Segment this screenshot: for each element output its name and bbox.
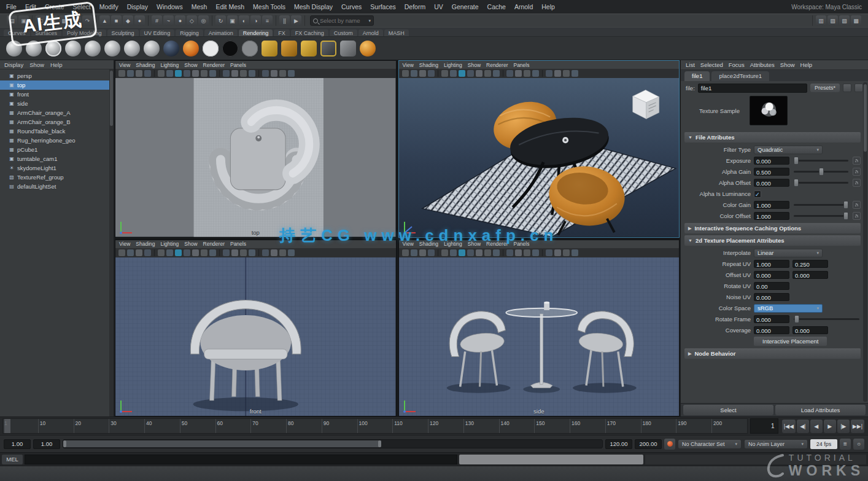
resolution-gate-icon[interactable] xyxy=(524,70,530,77)
outliner-menu-display[interactable]: Display xyxy=(4,61,23,68)
textured-icon[interactable] xyxy=(459,249,465,256)
alpha-gain-slider[interactable] xyxy=(794,171,848,173)
panel-menu-show[interactable]: Show xyxy=(184,241,197,247)
exposure-slider[interactable] xyxy=(794,160,848,162)
outliner-item-turntable-cam1[interactable]: ▣turntable_cam1 xyxy=(0,154,114,163)
redo-icon[interactable]: ↷ xyxy=(82,15,93,26)
snap-to-point-icon[interactable]: ● xyxy=(175,15,185,26)
section-header-interactive-sequence-caching-options[interactable]: ▶Interactive Sequence Caching Options xyxy=(684,223,861,233)
noise-texture-icon[interactable] xyxy=(301,41,317,57)
panel-menu-lighting[interactable]: Lighting xyxy=(160,241,179,247)
timeline-tick-40[interactable]: 40 xyxy=(144,419,180,433)
use-all-lights-icon[interactable] xyxy=(467,70,474,77)
alpha-is-luminance-checkbox[interactable]: ✓ xyxy=(754,190,761,198)
section-header-2d-texture-placement-attributes[interactable]: ▼2d Texture Placement Attributes xyxy=(684,235,861,246)
phong-e-material-icon[interactable] xyxy=(104,41,120,57)
timeline-tick-100[interactable]: 100 xyxy=(357,419,393,433)
snap-to-plane-icon[interactable]: ◇ xyxy=(187,15,197,26)
snap-to-curve-icon[interactable]: ~ xyxy=(163,15,174,26)
character-set-menu[interactable]: No Character Set ▾ xyxy=(678,439,742,449)
attribute-editor-menu-list[interactable]: List xyxy=(686,61,695,68)
shadows-icon[interactable] xyxy=(192,249,199,256)
shelf-tab-rigging[interactable]: Rigging xyxy=(176,29,203,36)
panel-menu-lighting[interactable]: Lighting xyxy=(160,62,179,68)
select-by-object-type-icon[interactable]: ▣ xyxy=(18,15,29,26)
menu-cache[interactable]: Cache xyxy=(487,3,506,10)
timeline-tick-150[interactable]: 150 xyxy=(534,419,570,433)
gamma-icon[interactable] xyxy=(572,70,578,77)
coverage-field-2[interactable]: 0.000 xyxy=(792,326,828,334)
smooth-shade-icon[interactable] xyxy=(166,249,173,256)
screen-space-ao-icon[interactable] xyxy=(484,70,491,77)
smooth-shade-icon[interactable] xyxy=(450,249,457,256)
image-plane-icon[interactable] xyxy=(144,249,151,256)
isolate-select-icon[interactable] xyxy=(223,249,230,256)
ipr-render-icon[interactable]: ◑ xyxy=(250,15,261,26)
slider-handle[interactable] xyxy=(819,168,824,176)
range-slider[interactable] xyxy=(63,439,603,448)
color-offset-field[interactable]: 1.000 xyxy=(754,212,789,220)
render-settings-icon[interactable]: ≡ xyxy=(262,15,273,26)
xray-icon[interactable] xyxy=(546,249,552,256)
panel-menu-show[interactable]: Show xyxy=(468,241,481,247)
playback-start-field[interactable]: 1.00 xyxy=(33,439,60,449)
range-start-handle[interactable] xyxy=(63,440,66,447)
open-scene-icon[interactable]: ▤ xyxy=(47,15,58,26)
shelf-tab-custom[interactable]: Custom xyxy=(330,29,357,36)
timeline-tick-190[interactable]: 190 xyxy=(676,419,711,433)
panel-menu-panels[interactable]: Panels xyxy=(513,62,529,68)
exposure-icon[interactable] xyxy=(279,70,286,77)
scene-hierarchy-icon[interactable]: ▤ xyxy=(7,15,17,26)
outliner-item-defaultlightset[interactable]: ▤defaultLightSet xyxy=(0,182,114,191)
attribute-editor-toggle-icon[interactable]: ▥ xyxy=(816,15,826,26)
timeline-tick-30[interactable]: 30 xyxy=(109,419,144,433)
timeline-tick-180[interactable]: 180 xyxy=(641,419,676,433)
rotate-uv-field[interactable]: 0.00 xyxy=(754,282,789,290)
camera-attributes-icon[interactable] xyxy=(411,70,417,77)
current-time-indicator[interactable] xyxy=(4,419,10,433)
panel-menu-shading[interactable]: Shading xyxy=(136,241,155,247)
flat-shader-icon[interactable] xyxy=(242,41,258,57)
playback-end-field[interactable]: 120.00 xyxy=(605,439,632,449)
attribute-editor-menu-show[interactable]: Show xyxy=(780,61,795,68)
construction-history-icon[interactable]: ↻ xyxy=(215,15,226,26)
viewport-persp[interactable]: ViewShadingLightingShowRendererPanels xyxy=(398,60,680,238)
timeline-tick-60[interactable]: 60 xyxy=(215,419,251,433)
step-back-frame-button[interactable]: ◀| xyxy=(797,420,809,433)
outliner-item-skydomelight1[interactable]: ☀skydomeLight1 xyxy=(0,163,114,173)
camera-attributes-icon[interactable] xyxy=(411,249,417,256)
attribute-editor-menu-selected[interactable]: Selected xyxy=(700,61,723,68)
shelf-tab-poly-modeling[interactable]: Poly Modeling xyxy=(63,29,106,36)
interpolate-dropdown[interactable]: Linear▾ xyxy=(754,249,823,257)
checker-texture-icon[interactable] xyxy=(320,41,336,57)
open-render-view-icon[interactable]: ▣ xyxy=(227,15,238,26)
menu-modify[interactable]: Modify xyxy=(99,3,118,10)
menu-curves[interactable]: Curves xyxy=(341,3,362,10)
outliner-item-side[interactable]: ▣side xyxy=(0,99,114,108)
alpha-gain-field[interactable]: 0.500 xyxy=(754,168,789,176)
offset-uv-field-1[interactable]: 0.000 xyxy=(754,271,789,279)
attribute-editor-menu-attributes[interactable]: Attributes xyxy=(750,61,775,68)
menu-arnold[interactable]: Arnold xyxy=(514,3,533,10)
lambert-material-icon[interactable] xyxy=(65,41,81,57)
undo-icon[interactable]: ↶ xyxy=(71,15,81,26)
timeline-tick-200[interactable]: 200 xyxy=(711,419,747,433)
isolate-select-icon[interactable] xyxy=(223,70,230,77)
shelf-tab-surfaces[interactable]: Surfaces xyxy=(31,29,62,36)
menu-display[interactable]: Display xyxy=(127,3,148,10)
menu-select[interactable]: Select xyxy=(73,3,91,10)
panel-menu-view[interactable]: View xyxy=(403,62,414,68)
shadows-icon[interactable] xyxy=(192,70,199,77)
bookmark-icon[interactable] xyxy=(136,70,142,77)
menu-edit[interactable]: Edit xyxy=(25,3,36,10)
menu-create[interactable]: Create xyxy=(45,3,64,10)
outliner-item-textureref-group[interactable]: ▧TextureRef_group xyxy=(0,173,114,182)
command-line-mode-toggle[interactable]: MEL xyxy=(2,455,23,464)
gamma-icon[interactable] xyxy=(572,249,578,256)
screen-space-ao-icon[interactable] xyxy=(201,70,207,77)
viewport-persp-canvas[interactable]: persp xyxy=(399,78,680,237)
timeline-tick-10[interactable]: 10 xyxy=(38,419,74,433)
shelf-tab-animation[interactable]: Animation xyxy=(204,29,238,36)
menu-file[interactable]: File xyxy=(6,3,17,10)
color-space-dropdown[interactable]: sRGB▾ xyxy=(754,304,823,313)
